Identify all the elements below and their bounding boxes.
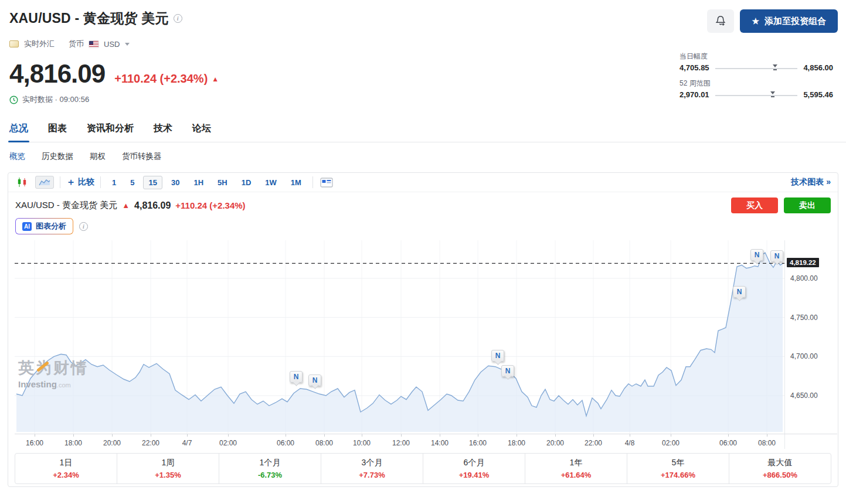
page-header: XAU/USD - 黄金现货 美元 i ★ 添加至投资组合 [0, 0, 846, 33]
day-range-marker [773, 64, 777, 70]
week52-range-high: 5,595.46 [803, 90, 833, 99]
news-marker[interactable]: N [770, 250, 783, 262]
x-axis-tick [440, 434, 440, 437]
x-axis-tick [286, 434, 286, 437]
timeframe-1w[interactable]: 1W [260, 176, 282, 189]
x-axis-tick [401, 434, 402, 437]
category-label: 货币 [69, 39, 84, 49]
perf-cell-1y: 1年+61.64% [525, 454, 627, 483]
x-axis-label: 22:00 [585, 439, 602, 447]
timeframe-1[interactable]: 1 [107, 176, 121, 189]
timeframe-5h[interactable]: 5H [212, 176, 233, 189]
candlestick-chart-button[interactable] [15, 176, 29, 189]
time-axis: 16:0018:0020:0022:004/702:0006:0008:0010… [15, 434, 837, 449]
news-marker[interactable]: N [750, 249, 763, 261]
perf-cell-6m: 6个月+19.41% [423, 454, 525, 483]
news-marker[interactable]: N [290, 371, 303, 383]
tab-chart[interactable]: 图表 [48, 122, 67, 135]
chart-card: ＋ 比较 1 5 15 30 1H 5H 1D 1W 1M 技术图表 » [8, 172, 838, 487]
chart-svg [15, 240, 784, 434]
up-arrow-icon: ▲ [122, 201, 130, 210]
news-marker[interactable]: N [501, 365, 514, 377]
buy-button[interactable]: 买入 [731, 197, 778, 213]
x-axis-tick [112, 434, 113, 437]
area-chart-icon [39, 178, 50, 186]
realtime-status: 实时数据 · 09:00:56 [22, 94, 89, 105]
area-chart-button[interactable] [35, 176, 54, 189]
plus-icon: ＋ [66, 176, 76, 189]
x-axis-tick [767, 434, 767, 437]
x-axis-tick [35, 434, 35, 437]
candlestick-icon [16, 177, 28, 188]
x-axis-tick [555, 434, 556, 437]
price-chart[interactable]: 英为财情 Investing.com NNNNNNN [15, 240, 784, 434]
x-axis-tick [630, 434, 630, 437]
currency-value[interactable]: USD [104, 40, 120, 49]
portfolio-button-label: 添加至投资组合 [765, 16, 826, 27]
x-axis-tick [151, 434, 151, 437]
toolbar-divider [312, 176, 313, 188]
timeframe-15[interactable]: 15 [143, 176, 162, 189]
star-icon: ★ [752, 17, 759, 25]
y-axis-label: 4,650.00 [790, 391, 818, 400]
main-tabs: 总况 图表 资讯和分析 技术 论坛 [9, 122, 846, 142]
subtab-historical-data[interactable]: 历史数据 [42, 151, 73, 162]
x-axis-tick [228, 434, 229, 437]
compare-button[interactable]: ＋ 比较 [66, 176, 94, 189]
x-axis-tick [187, 434, 188, 437]
add-to-portfolio-button[interactable]: ★ 添加至投资组合 [740, 9, 838, 33]
price-change: +110.24 (+2.34%) ▲ [114, 72, 219, 86]
x-axis-label: 08:00 [758, 439, 776, 447]
create-alert-button[interactable] [707, 9, 734, 33]
x-axis-tick [728, 434, 729, 437]
technical-chart-link[interactable]: 技术图表 » [791, 177, 831, 188]
perf-cell-1d: 1日+2.34% [15, 454, 117, 483]
x-axis-label: 02:00 [219, 439, 237, 447]
subtab-overview[interactable]: 概览 [9, 151, 25, 162]
sell-button[interactable]: 卖出 [784, 197, 831, 213]
news-marker[interactable]: N [733, 286, 746, 298]
tab-overview[interactable]: 总况 [9, 122, 28, 135]
news-marker[interactable]: N [308, 374, 321, 386]
clock-icon [9, 96, 18, 104]
x-axis-label: 18:00 [64, 439, 82, 447]
x-axis-tick [73, 434, 74, 437]
subtab-currency-converter[interactable]: 货币转换器 [122, 151, 162, 162]
perf-cell-1m: 1个月-6.73% [219, 454, 321, 483]
timeframe-30[interactable]: 30 [166, 176, 185, 189]
last-price: 4,816.09 [9, 59, 105, 88]
x-axis-label: 18:00 [508, 439, 525, 447]
x-axis-label: 06:00 [277, 439, 294, 447]
info-icon[interactable]: i [174, 14, 182, 23]
day-range-label: 当日幅度 [679, 52, 833, 62]
tab-news-analysis[interactable]: 资讯和分析 [87, 122, 134, 135]
news-marker[interactable]: N [491, 350, 504, 362]
timeframe-1d[interactable]: 1D [236, 176, 257, 189]
x-axis-label: 12:00 [392, 439, 410, 447]
news-panel-button[interactable] [319, 176, 334, 189]
timeframe-5[interactable]: 5 [125, 176, 140, 189]
timeframe-1h[interactable]: 1H [188, 176, 209, 189]
bell-plus-icon [715, 15, 726, 27]
x-axis-tick [324, 434, 325, 437]
us-flag-icon [89, 41, 98, 47]
gold-instrument-icon [9, 40, 19, 47]
ai-chart-analysis-button[interactable]: AI 图表分析 [15, 218, 73, 234]
timeframe-group: 1 5 15 30 1H 5H 1D 1W 1M [107, 176, 307, 189]
performance-strip: 1日+2.34% 1周+1.35% 1个月-6.73% 3个月+7.73% 6个… [15, 453, 831, 484]
x-axis-label: 22:00 [142, 439, 159, 447]
ranges-panel: 当日幅度 4,705.85 4,856.00 52 周范围 2,970.01 5… [679, 52, 833, 105]
info-icon[interactable]: i [79, 222, 88, 231]
x-axis-label: 16:00 [469, 439, 487, 447]
x-axis-tick [671, 434, 671, 437]
subtab-options[interactable]: 期权 [90, 151, 106, 162]
week52-range-slider [715, 91, 798, 98]
tab-forum[interactable]: 论坛 [192, 122, 211, 135]
x-axis-tick [362, 434, 362, 437]
chevron-down-icon[interactable] [125, 43, 130, 46]
tab-technical[interactable]: 技术 [154, 122, 172, 135]
perf-cell-1w: 1周+1.35% [117, 454, 219, 483]
timeframe-1m[interactable]: 1M [286, 176, 307, 189]
price-axis: 4,800.004,750.004,700.004,650.004,819.22 [784, 240, 837, 449]
y-axis-label: 4,700.00 [790, 352, 818, 360]
